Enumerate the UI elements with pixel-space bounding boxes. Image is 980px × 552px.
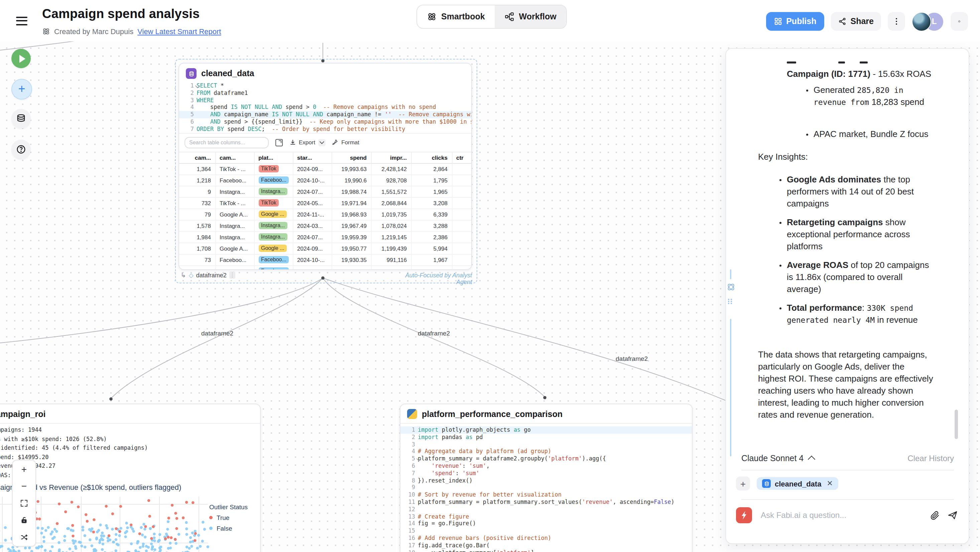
fit-view-button[interactable] — [13, 495, 35, 512]
legend-item-false[interactable]: False — [209, 525, 248, 532]
hamburger-menu-icon[interactable] — [16, 17, 27, 25]
remove-context-icon[interactable]: ✕ — [827, 479, 833, 488]
smartbook-atom-icon — [427, 12, 436, 21]
expand-table-icon[interactable] — [275, 139, 283, 146]
ai-message-line: APAC market, Bundle Z focus — [813, 128, 931, 140]
avatar[interactable] — [912, 12, 931, 31]
panel-scrollbar[interactable] — [955, 410, 958, 439]
table-row[interactable]: 73Faceboo...Faceboo...2024-10-...19,930.… — [179, 254, 471, 265]
drag-grip-icon[interactable] — [229, 271, 235, 279]
ai-message: Campaign (ID: 1771) - 15.63x ROASGenerat… — [726, 49, 961, 450]
clear-history-button[interactable]: Clear History — [907, 454, 954, 463]
table-row[interactable]: 1,685Faceboo...Faceboo...2024-05...19,92… — [179, 265, 471, 270]
sql-code-editor[interactable]: 1SELECT *2FROM dataframe13WHERE4 spend I… — [179, 82, 471, 133]
edge-label: dataframe2 — [201, 329, 233, 337]
notifications-button[interactable] — [951, 12, 968, 31]
node-platform-performance-comparison[interactable]: platform_performance_comparison 1import … — [400, 404, 692, 552]
table-row[interactable]: 1,364TikTok - ...TikTok2024-09...19,993.… — [179, 163, 471, 174]
model-selector[interactable]: Claude Sonnet 4 — [741, 454, 814, 463]
plus-icon: + — [21, 464, 27, 474]
send-button[interactable] — [947, 510, 958, 520]
add-context-button[interactable]: + — [736, 476, 750, 490]
ai-message-line: Retargeting campaigns show exceptional p… — [787, 216, 934, 253]
table-row[interactable]: 9Instagra...Instagra...2024-07...19,988.… — [179, 186, 471, 197]
data-sources-button[interactable] — [11, 109, 31, 128]
run-workflow-button[interactable] — [11, 49, 31, 68]
sql-node-icon — [186, 68, 197, 79]
chart-legend[interactable]: Outlier Status True False — [209, 503, 248, 532]
node-title: platform_performance_comparison — [422, 409, 563, 419]
search-input[interactable] — [185, 137, 269, 148]
column-header[interactable]: ctr — [452, 152, 471, 163]
help-icon — [16, 144, 26, 154]
smartbook-atom-icon — [42, 27, 50, 35]
column-header[interactable]: impr... — [371, 152, 411, 163]
context-chip-cleaned-data[interactable]: cleaned_data ✕ — [757, 477, 838, 490]
canvas-zoom-toolbar: + − — [12, 460, 36, 547]
results-table[interactable]: cam...cam...plat...star...spendimpr...cl… — [179, 151, 472, 270]
edge-label: dataframe2 — [616, 355, 648, 362]
share-icon — [838, 17, 846, 25]
play-icon — [19, 54, 25, 62]
auto-focus-label: Auto-Focused by Analyst Agent — [395, 272, 472, 285]
ai-message-line: Average ROAS of top 20 campaigns is 11.8… — [787, 259, 934, 295]
export-button[interactable]: Export — [290, 139, 325, 146]
workflow-icon — [505, 12, 514, 21]
python-code-editor[interactable]: 1import plotly.graph_objects as go2impor… — [401, 426, 692, 552]
mode-toggle: Smartbook Workflow — [417, 5, 567, 29]
bell-icon — [958, 17, 961, 26]
export-chevron[interactable] — [318, 139, 325, 146]
node-title: campaign_roi — [0, 409, 46, 419]
table-toolbar: Export Format — [179, 133, 471, 151]
ai-message-line: Key Insights: — [758, 151, 933, 163]
auto-layout-button[interactable] — [13, 529, 35, 546]
column-header[interactable]: star... — [293, 152, 332, 163]
zoom-in-button[interactable]: + — [13, 460, 35, 477]
output-tag-label: dataframe2 — [196, 272, 227, 278]
table-row[interactable]: 1,218Faceboo...Faceboo...2024-10-...19,9… — [179, 174, 471, 186]
byline: Created by Marc Dupuis View Latest Smart… — [42, 27, 221, 36]
node-header[interactable]: cleaned_data — [179, 64, 471, 82]
platform-badge: Instagra... — [258, 222, 288, 229]
tab-smartbook[interactable]: Smartbook — [417, 5, 495, 28]
table-row[interactable]: 1,708Google A...Google ...2024-09...19,9… — [179, 243, 471, 254]
column-header[interactable]: plat... — [254, 152, 293, 163]
attach-file-button[interactable] — [930, 510, 940, 520]
platform-badge: TikTok — [258, 165, 279, 172]
ai-message-line: Campaign (ID: 1771) - 15.63x ROAS — [787, 68, 935, 80]
platform-badge: Faceboo... — [258, 256, 289, 263]
view-smart-report-link[interactable]: View Latest Smart Report — [137, 27, 221, 35]
node-output-tag[interactable]: ↳ ◇ dataframe2 — [180, 271, 235, 279]
node-cleaned-data[interactable]: cleaned_data 1SELECT *2FROM dataframe13W… — [178, 63, 472, 270]
table-row[interactable]: 1,578Instagra...Instagra...2024-03...19,… — [179, 220, 471, 231]
column-header[interactable]: cam... — [215, 152, 254, 163]
publish-button[interactable]: Publish — [766, 12, 824, 31]
format-pen-icon — [332, 139, 339, 146]
column-header[interactable]: cam... — [179, 152, 215, 163]
node-campaign-roi[interactable]: campaign_roi Total campaigns: 1944 Campa… — [0, 404, 261, 552]
column-header[interactable]: clicks — [411, 152, 452, 163]
zoom-out-button[interactable]: − — [13, 477, 35, 495]
fit-view-icon — [21, 500, 27, 507]
lock-button[interactable] — [13, 512, 35, 529]
kebab-icon — [896, 17, 897, 26]
share-button[interactable]: Share — [831, 12, 881, 31]
platform-badge: Instagra... — [258, 188, 288, 195]
send-icon — [947, 510, 958, 520]
tab-workflow[interactable]: Workflow — [495, 5, 566, 28]
table-row[interactable]: 732TikTok - ...TikTok2024-05...19,971.94… — [179, 197, 471, 208]
format-button[interactable]: Format — [332, 139, 359, 146]
node-title: cleaned_data — [201, 69, 254, 78]
table-row[interactable]: 1,984Instagra...Instagra...2024-07...19,… — [179, 231, 471, 243]
column-header[interactable]: spend — [332, 152, 371, 163]
legend-item-true[interactable]: True — [209, 514, 248, 521]
ask-question-input[interactable] — [759, 510, 923, 520]
unlock-icon — [21, 517, 28, 524]
python-node-icon — [407, 409, 417, 419]
more-options-button[interactable] — [888, 12, 905, 31]
help-button[interactable] — [11, 140, 31, 159]
tab-workflow-label: Workflow — [519, 12, 557, 21]
table-row[interactable]: 79Google A...Google ...2024-11-...19,968… — [179, 208, 471, 220]
ai-message-line: Google Ads dominates the top performers … — [787, 174, 934, 210]
add-node-button[interactable]: + — [11, 79, 32, 100]
